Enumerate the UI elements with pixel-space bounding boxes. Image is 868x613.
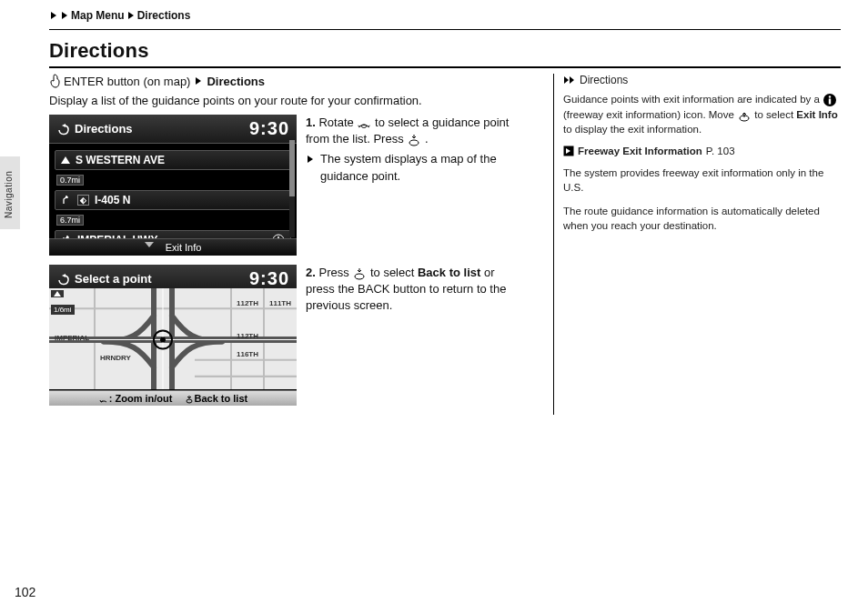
return-icon xyxy=(56,123,69,136)
page-number: 102 xyxy=(15,585,35,599)
enter-icon xyxy=(49,74,60,88)
chevron-right-icon xyxy=(196,77,201,85)
screen-title: Directions xyxy=(75,122,133,136)
sidebar-p2: The system provides freeway exit informa… xyxy=(563,166,841,195)
bullet-icon xyxy=(308,156,313,163)
fast-forward-icon xyxy=(563,75,576,85)
screen-time: 9:30 xyxy=(249,268,289,289)
screen-footer[interactable]: : Zoom in/out Back to list xyxy=(49,390,297,406)
press-dial-icon xyxy=(407,134,421,146)
sidebar-p3: The route guidance information is automa… xyxy=(563,204,841,233)
intro-text: Display a list of the guidance points on… xyxy=(49,94,537,107)
list-item[interactable]: S WESTERN AVE xyxy=(55,150,291,170)
return-icon xyxy=(56,273,69,286)
distance-badge: 0.7mi xyxy=(56,175,84,186)
svg-point-19 xyxy=(160,337,166,342)
list-item[interactable]: ⬖ I-405 N xyxy=(55,190,291,210)
direction-marker xyxy=(51,290,64,297)
pre-steps: ENTER button (on map) Directions xyxy=(49,74,537,88)
chevron-right-icon xyxy=(128,12,134,19)
screen-title: Select a point xyxy=(75,272,152,286)
page-title: Directions xyxy=(49,39,841,68)
map-preview[interactable]: 1/6mi IMPERIAL HRNDRY 112TH 111TH 112TH … xyxy=(49,288,297,389)
svg-point-4 xyxy=(409,140,419,146)
back-to-list-label: Back to list xyxy=(185,393,247,404)
shield-icon: ⬖ xyxy=(77,195,89,206)
enter-label: ENTER button (on map) xyxy=(64,75,190,88)
sidebar-heading: Directions xyxy=(563,74,841,86)
info-icon xyxy=(823,93,837,107)
breadcrumb-b: Directions xyxy=(137,9,191,22)
caret-down-icon xyxy=(145,242,154,247)
move-dial-icon xyxy=(737,109,752,122)
sidebar-p1: Guidance points with exit information ar… xyxy=(563,92,841,136)
svg-point-23 xyxy=(829,95,831,97)
chevron-right-icon xyxy=(62,12,67,19)
step-1-sub: The system displays a map of the guidanc… xyxy=(320,151,524,184)
screenshot-directions-list: Directions 9:30 S WESTERN AVE 0.7mi ⬖ I-… xyxy=(49,115,297,256)
rotate-dial-icon xyxy=(357,117,371,130)
scrollbar[interactable] xyxy=(289,140,295,237)
chevron-right-icon xyxy=(51,12,56,19)
step-1: 1. Rotate to select a guidance point fro… xyxy=(306,115,524,147)
screenshot-select-point: Select a point 9:30 xyxy=(49,265,297,406)
link-icon xyxy=(563,146,574,156)
cross-reference-link[interactable]: Freeway Exit Information P. 103 xyxy=(563,146,841,156)
side-tab: Navigation xyxy=(0,156,20,229)
press-dial-icon xyxy=(352,267,367,280)
breadcrumb: Map Menu Directions xyxy=(49,9,841,22)
divider xyxy=(49,29,841,30)
screen-footer[interactable]: Exit Info xyxy=(49,238,297,256)
merge-icon xyxy=(61,195,72,206)
svg-point-20 xyxy=(187,399,192,403)
scale-tag: 1/6mi xyxy=(51,305,75,315)
svg-rect-24 xyxy=(829,98,831,104)
zoom-label: : Zoom in/out xyxy=(98,393,173,404)
svg-point-21 xyxy=(355,274,364,279)
screen-time: 9:30 xyxy=(249,118,289,139)
distance-badge: 6.7mi xyxy=(56,215,84,226)
breadcrumb-a: Map Menu xyxy=(71,9,125,22)
step-2: 2. Press to select Back to list or press… xyxy=(306,265,524,315)
side-tab-label: Navigation xyxy=(4,171,14,218)
directions-label: Directions xyxy=(207,75,265,88)
